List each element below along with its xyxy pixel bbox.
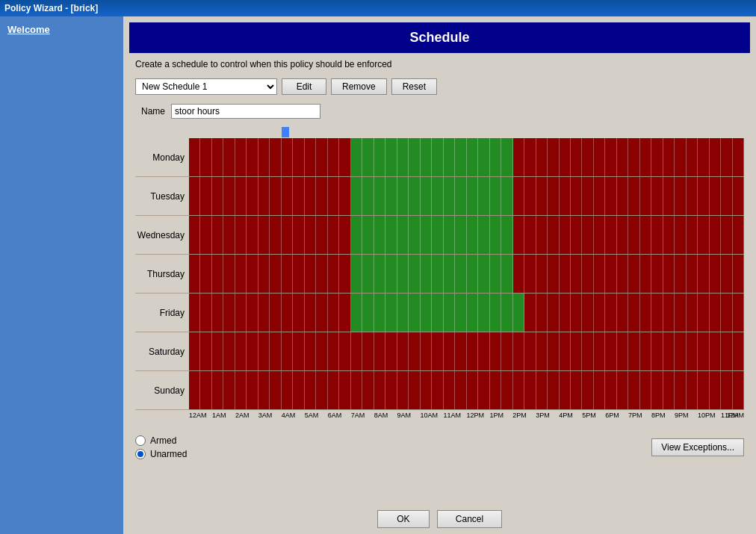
grid-cell[interactable] [548, 177, 559, 215]
grid-cell[interactable] [513, 294, 524, 332]
grid-cell[interactable] [455, 332, 466, 370]
grid-cell[interactable] [316, 216, 327, 254]
grid-cell[interactable] [455, 371, 466, 409]
grid-cell[interactable] [212, 371, 223, 409]
grid-cell[interactable] [258, 332, 270, 370]
grid-cell[interactable] [640, 294, 651, 332]
grid-cell[interactable] [594, 138, 605, 176]
grid-cell[interactable] [305, 294, 316, 332]
grid-cell[interactable] [223, 332, 235, 370]
grid-cell[interactable] [409, 294, 420, 332]
grid-cell[interactable] [513, 332, 524, 370]
grid-cell[interactable] [605, 332, 616, 370]
grid-cell[interactable] [282, 371, 293, 409]
grid-cell[interactable] [293, 294, 304, 332]
grid-cell[interactable] [397, 138, 409, 176]
grid-cell[interactable] [362, 332, 374, 370]
grid-cell[interactable] [455, 216, 466, 254]
grid-cell[interactable] [513, 216, 524, 254]
grid-cell[interactable] [200, 138, 211, 176]
grid-cell[interactable] [421, 371, 432, 409]
grid-cell[interactable] [444, 177, 455, 215]
grid-cell[interactable] [444, 216, 455, 254]
grid-cell[interactable] [385, 332, 397, 370]
grid-cell[interactable] [594, 371, 605, 409]
grid-cell[interactable] [467, 371, 478, 409]
grid-cell[interactable] [675, 138, 686, 176]
grid-cell[interactable] [362, 177, 374, 215]
grid-cell[interactable] [651, 177, 663, 215]
grid-cell[interactable] [444, 294, 455, 332]
grid-cell[interactable] [594, 216, 605, 254]
grid-cell[interactable] [478, 216, 489, 254]
grid-cell[interactable] [432, 294, 443, 332]
grid-cell[interactable] [293, 332, 304, 370]
grid-cell[interactable] [247, 138, 258, 176]
grid-cell[interactable] [189, 294, 200, 332]
grid-cell[interactable] [687, 216, 698, 254]
grid-cell[interactable] [640, 332, 651, 370]
grid-cell[interactable] [571, 216, 582, 254]
grid-cell[interactable] [721, 216, 732, 254]
grid-cell[interactable] [560, 138, 571, 176]
grid-cell[interactable] [640, 177, 651, 215]
grid-cell[interactable] [710, 371, 721, 409]
grid-cell[interactable] [582, 255, 593, 293]
grid-cell[interactable] [560, 216, 571, 254]
grid-cell[interactable] [397, 255, 409, 293]
grid-cell[interactable] [374, 138, 385, 176]
grid-cell[interactable] [582, 294, 593, 332]
grid-cell[interactable] [571, 177, 582, 215]
grid-cell[interactable] [247, 177, 258, 215]
grid-cell[interactable] [513, 138, 524, 176]
grid-cell[interactable] [316, 255, 327, 293]
grid-cell[interactable] [444, 138, 455, 176]
grid-cell[interactable] [409, 177, 420, 215]
grid-cell[interactable] [698, 138, 709, 176]
grid-cell[interactable] [444, 332, 455, 370]
grid-cell[interactable] [305, 177, 316, 215]
grid-cell[interactable] [640, 371, 651, 409]
grid-cell[interactable] [721, 294, 732, 332]
grid-cell[interactable] [421, 216, 432, 254]
grid-cell[interactable] [212, 255, 223, 293]
grid-cell[interactable] [536, 255, 548, 293]
grid-cell[interactable] [490, 294, 501, 332]
grid-cell[interactable] [235, 371, 247, 409]
grid-cell[interactable] [270, 294, 281, 332]
grid-cell[interactable] [305, 216, 316, 254]
grid-cell[interactable] [374, 177, 385, 215]
grid-cell[interactable] [698, 177, 709, 215]
grid-cell[interactable] [282, 138, 293, 176]
grid-cell[interactable] [258, 138, 270, 176]
grid-cell[interactable] [733, 332, 744, 370]
grid-cell[interactable] [617, 294, 628, 332]
grid-cell[interactable] [362, 371, 374, 409]
grid-cell[interactable] [536, 371, 548, 409]
grid-cell[interactable] [710, 177, 721, 215]
grid-cell[interactable] [663, 332, 675, 370]
grid-cell[interactable] [235, 294, 247, 332]
grid-cell[interactable] [617, 371, 628, 409]
grid-cell[interactable] [432, 216, 443, 254]
grid-cell[interactable] [351, 177, 362, 215]
grid-cell[interactable] [293, 255, 304, 293]
grid-cell[interactable] [675, 332, 686, 370]
grid-cell[interactable] [282, 216, 293, 254]
grid-cell[interactable] [270, 177, 281, 215]
grid-cell[interactable] [316, 294, 327, 332]
grid-cell[interactable] [605, 138, 616, 176]
grid-cell[interactable] [305, 255, 316, 293]
grid-cell[interactable] [351, 332, 362, 370]
view-exceptions-button[interactable]: View Exceptions... [651, 438, 744, 456]
grid-cell[interactable] [455, 177, 466, 215]
grid-cell[interactable] [397, 371, 409, 409]
grid-cell[interactable] [432, 177, 443, 215]
grid-cell[interactable] [362, 255, 374, 293]
grid-cell[interactable] [200, 177, 211, 215]
grid-cell[interactable] [501, 177, 512, 215]
grid-cell[interactable] [582, 138, 593, 176]
grid-cell[interactable] [328, 177, 339, 215]
grid-cell[interactable] [432, 255, 443, 293]
grid-cell[interactable] [675, 177, 686, 215]
